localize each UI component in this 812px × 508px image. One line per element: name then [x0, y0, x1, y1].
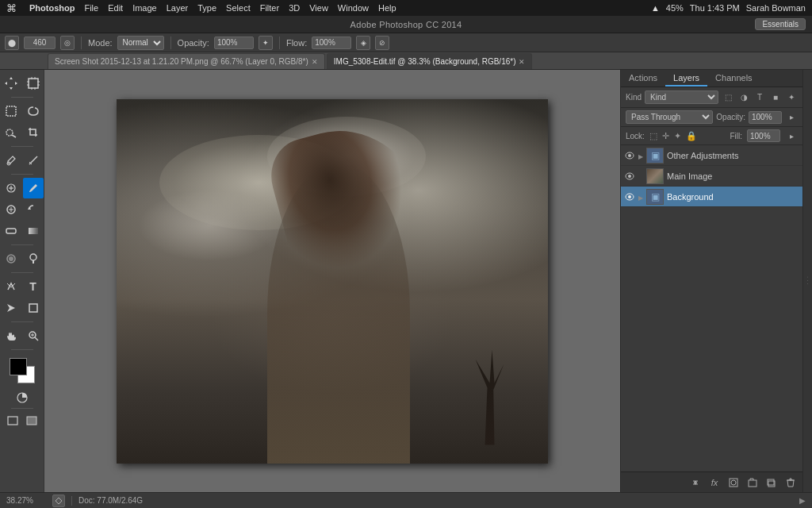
svg-line-25	[35, 337, 38, 341]
menu-type[interactable]: Type	[197, 3, 216, 13]
menu-edit[interactable]: Edit	[108, 3, 123, 13]
opacity-input[interactable]: 100%	[214, 37, 254, 49]
blend-mode-select[interactable]: Pass Through Normal Multiply Screen	[626, 110, 713, 124]
fill-arrow[interactable]: ▸	[785, 129, 798, 142]
layer-item-background[interactable]: ▶ ▣ Background	[621, 187, 802, 207]
svg-point-36	[628, 195, 631, 198]
dodge-tool[interactable]	[23, 248, 44, 269]
layer-opacity-input[interactable]: 100%	[749, 111, 782, 124]
heal-tool[interactable]	[1, 178, 21, 198]
pen-tool[interactable]	[1, 276, 21, 297]
eyedropper-tool[interactable]	[1, 150, 21, 171]
color-swatches[interactable]	[10, 358, 35, 383]
layer-expand-other[interactable]: ▶	[638, 151, 643, 160]
layer-item-other-adjustments[interactable]: ▶ ▣ Other Adjustments	[621, 145, 802, 166]
brush-preset-picker[interactable]: ⬤	[5, 36, 19, 50]
menu-file[interactable]: File	[84, 3, 98, 13]
blend-opacity-row: Pass Through Normal Multiply Screen Opac…	[621, 108, 802, 127]
layer-eye-main-image[interactable]	[624, 171, 635, 182]
move-tool[interactable]	[1, 73, 21, 94]
menu-image[interactable]: Image	[132, 3, 157, 13]
app-title: Adobe Photoshop CC 2014	[350, 20, 462, 29]
tab-img5308[interactable]: IMG_5308-Edit.tif @ 38.3% (Background, R…	[327, 53, 533, 69]
svg-rect-29	[8, 417, 17, 425]
tab-screenshot[interactable]: Screen Shot 2015-12-13 at 1.21.20 PM.png…	[48, 53, 325, 69]
layer-eye-background[interactable]	[624, 191, 635, 202]
essentials-button[interactable]: Essentials	[755, 18, 806, 30]
canvas-artwork	[117, 99, 548, 464]
clone-tool[interactable]	[1, 199, 21, 220]
svg-point-6	[6, 129, 13, 136]
filter-shape-icon[interactable]: ■	[769, 91, 782, 104]
text-tool[interactable]: T	[23, 276, 44, 297]
lasso-tool[interactable]	[23, 101, 44, 121]
fx-button[interactable]: fx	[707, 475, 722, 490]
tab-layers[interactable]: Layers	[665, 71, 707, 87]
airbrush-toggle[interactable]: ✦	[259, 36, 273, 50]
lock-position-icon[interactable]: ✛	[662, 131, 669, 141]
zoom-tool[interactable]	[23, 325, 44, 346]
menu-view[interactable]: View	[309, 3, 328, 13]
add-mask-button[interactable]	[726, 475, 741, 490]
layer-expand-background[interactable]: ▶	[638, 192, 643, 202]
status-arrow[interactable]: ▶	[799, 496, 806, 505]
menu-filter[interactable]: Filter	[260, 3, 279, 13]
brush-tool[interactable]	[23, 178, 44, 198]
menu-help[interactable]: Help	[378, 3, 396, 13]
measure-tool[interactable]	[23, 150, 44, 171]
filter-smart-icon[interactable]: ✦	[785, 91, 798, 104]
screen-mode-tool[interactable]	[6, 414, 20, 428]
tab-actions[interactable]: Actions	[621, 71, 665, 87]
filter-type-icon[interactable]: T	[753, 91, 766, 104]
tab-channels[interactable]: Channels	[707, 71, 760, 87]
panel-collapse-handle[interactable]: ···	[802, 70, 812, 492]
filter-pixel-icon[interactable]: ⬚	[722, 91, 734, 104]
fill-input[interactable]: 100%	[747, 129, 780, 142]
artboard-tool[interactable]	[23, 73, 44, 94]
lock-artboard-icon[interactable]: ✦	[674, 131, 681, 141]
filter-adjust-icon[interactable]: ◑	[737, 91, 750, 104]
layer-eye-other-adjustments[interactable]	[624, 150, 635, 161]
shape-tool[interactable]	[23, 298, 44, 318]
new-layer-button[interactable]	[764, 475, 779, 490]
marquee-tool[interactable]	[1, 101, 21, 121]
history-brush-tool[interactable]	[23, 199, 44, 220]
palm-element	[465, 350, 513, 445]
blur-tool[interactable]	[1, 248, 21, 269]
hand-tool[interactable]	[1, 325, 21, 346]
layer-thumb-other-adjustments: ▣	[646, 148, 664, 164]
tab-screenshot-label: Screen Shot 2015-12-13 at 1.21.20 PM.png…	[55, 57, 308, 66]
toolbox: T	[0, 70, 44, 492]
quick-select-tool[interactable]	[1, 122, 21, 143]
menu-layer[interactable]: Layer	[167, 3, 189, 13]
brush-size-input[interactable]: 460	[24, 37, 56, 49]
foreground-color-swatch[interactable]	[10, 358, 27, 375]
delete-layer-button[interactable]	[783, 475, 798, 490]
opacity-arrow[interactable]: ▸	[785, 111, 798, 124]
svg-point-38	[731, 480, 736, 485]
extra-tools[interactable]	[25, 414, 39, 428]
zoom-fit-button[interactable]	[52, 495, 65, 507]
path-select-tool[interactable]	[1, 298, 21, 318]
flow-input[interactable]: 100%	[312, 37, 351, 49]
menu-select[interactable]: Select	[226, 3, 251, 13]
mode-select[interactable]: Normal	[117, 36, 164, 50]
tool-sep-3	[11, 174, 33, 175]
tool-sep-5	[11, 272, 33, 273]
svg-marker-3	[15, 82, 17, 85]
lock-all-icon[interactable]: 🔒	[686, 131, 697, 141]
gradient-tool[interactable]	[23, 221, 44, 241]
layer-item-main-image[interactable]: Main Image	[621, 166, 802, 187]
canvas-area[interactable]	[44, 70, 620, 492]
new-group-button[interactable]	[745, 475, 760, 490]
quick-mask-tool[interactable]	[15, 391, 29, 405]
eraser-tool[interactable]	[1, 221, 21, 241]
crop-tool[interactable]	[23, 122, 44, 143]
menu-window[interactable]: Window	[338, 3, 369, 13]
lock-pixels-icon[interactable]: ⬚	[649, 131, 657, 141]
link-layers-button[interactable]	[688, 475, 703, 490]
menu-3d[interactable]: 3D	[289, 3, 300, 13]
main-area: T	[0, 70, 812, 492]
apple-icon: ⌘	[6, 2, 17, 14]
kind-select[interactable]: Kind	[645, 90, 718, 104]
